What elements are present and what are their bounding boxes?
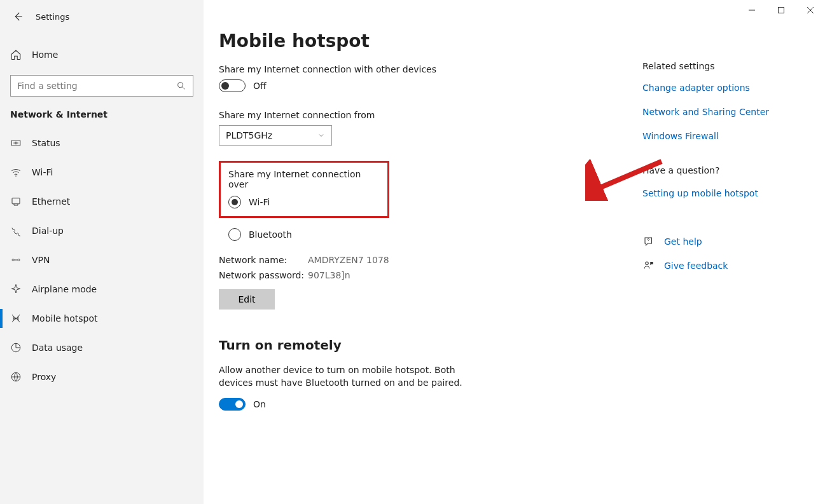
from-combobox[interactable]: PLDT5GHz [219, 125, 332, 146]
hotspot-icon [10, 313, 23, 324]
link-sharing[interactable]: Network and Sharing Center [642, 107, 808, 117]
sidebar-item-ethernet[interactable]: Ethernet [0, 187, 204, 216]
related-title: Related settings [642, 61, 808, 71]
proxy-icon [10, 371, 23, 383]
share-toggle-text: Off [253, 81, 267, 91]
question-title: Have a question? [642, 165, 808, 175]
maximize-button[interactable] [766, 0, 796, 20]
from-value: PLDT5GHz [226, 130, 272, 140]
search-input[interactable] [17, 81, 176, 91]
network-name-label: Network name: [219, 255, 308, 265]
svg-rect-3 [12, 198, 20, 204]
sidebar: Settings Home Network & Internet Status … [0, 0, 204, 504]
svg-point-4 [12, 259, 14, 261]
search-icon [176, 81, 186, 91]
give-feedback-label: Give feedback [664, 261, 728, 271]
sidebar-item-datausage[interactable]: Data usage [0, 333, 204, 362]
share-toggle[interactable] [219, 79, 246, 92]
ethernet-icon [10, 196, 23, 207]
network-name-value: AMDRYZEN7 1078 [308, 255, 389, 265]
back-button[interactable] [10, 9, 25, 24]
sidebar-item-label: Dial-up [32, 226, 64, 236]
link-firewall[interactable]: Windows Firewall [642, 131, 808, 141]
app-title: Settings [36, 12, 69, 22]
svg-point-2 [15, 175, 17, 177]
network-password-label: Network password: [219, 270, 308, 280]
network-password-value: 907L38]n [308, 270, 350, 280]
sidebar-item-status[interactable]: Status [0, 128, 204, 158]
close-button[interactable] [796, 0, 825, 20]
category-label: Network & Internet [0, 97, 204, 128]
window-controls [737, 0, 825, 20]
sidebar-item-label: Status [32, 138, 60, 148]
edit-button[interactable]: Edit [219, 289, 275, 310]
page-title: Mobile hotspot [219, 31, 825, 51]
minimize-button[interactable] [737, 0, 766, 20]
sidebar-item-label: Airplane mode [32, 284, 97, 294]
search-box[interactable] [10, 75, 193, 97]
status-icon [10, 137, 23, 149]
feedback-icon [642, 259, 655, 272]
get-help-label: Get help [664, 236, 702, 247]
remote-heading: Turn on remotely [219, 337, 825, 353]
help-icon [642, 235, 655, 248]
chevron-down-icon [317, 132, 325, 139]
highlight-annotation: Share my Internet connection over Wi-Fi [219, 161, 389, 218]
sidebar-item-label: Ethernet [32, 196, 70, 207]
radio-icon [228, 196, 241, 208]
svg-point-0 [178, 83, 183, 88]
airplane-icon [10, 283, 23, 295]
home-label: Home [32, 50, 58, 60]
radio-bluetooth-label: Bluetooth [249, 229, 292, 240]
sidebar-item-hotspot[interactable]: Mobile hotspot [0, 304, 204, 333]
sidebar-home[interactable]: Home [0, 41, 204, 69]
main-content: Mobile hotspot Share my Internet connect… [204, 0, 825, 504]
sidebar-item-label: Mobile hotspot [32, 313, 98, 324]
sidebar-item-wifi[interactable]: Wi-Fi [0, 158, 204, 187]
sidebar-item-dialup[interactable]: Dial-up [0, 216, 204, 245]
related-pane: Related settings Change adapter options … [642, 61, 808, 283]
home-icon [10, 49, 23, 60]
dialup-icon [10, 225, 23, 236]
remote-toggle-text: On [253, 399, 266, 409]
sidebar-item-proxy[interactable]: Proxy [0, 362, 204, 392]
datausage-icon [10, 342, 23, 353]
link-setup-hotspot[interactable]: Setting up mobile hotspot [642, 188, 808, 198]
svg-point-11 [646, 262, 649, 265]
give-feedback-link[interactable]: Give feedback [642, 259, 808, 272]
sidebar-item-label: Wi-Fi [32, 167, 53, 177]
sidebar-item-label: VPN [32, 255, 50, 265]
sidebar-item-label: Data usage [32, 343, 83, 353]
remote-desc: Allow another device to turn on mobile h… [219, 364, 486, 389]
radio-wifi[interactable]: Wi-Fi [228, 196, 380, 208]
link-adapter[interactable]: Change adapter options [642, 83, 808, 93]
remote-toggle[interactable] [219, 398, 246, 411]
svg-point-6 [15, 318, 17, 320]
svg-point-5 [18, 259, 20, 261]
wifi-icon [10, 167, 23, 178]
sidebar-item-vpn[interactable]: VPN [0, 245, 204, 275]
radio-wifi-label: Wi-Fi [249, 197, 270, 207]
vpn-icon [10, 254, 23, 266]
sidebar-item-label: Proxy [32, 372, 56, 382]
sidebar-item-airplane[interactable]: Airplane mode [0, 275, 204, 304]
radio-icon [228, 228, 241, 241]
get-help-link[interactable]: Get help [642, 235, 808, 248]
over-label: Share my Internet connection over [228, 169, 380, 189]
svg-rect-9 [779, 8, 784, 13]
